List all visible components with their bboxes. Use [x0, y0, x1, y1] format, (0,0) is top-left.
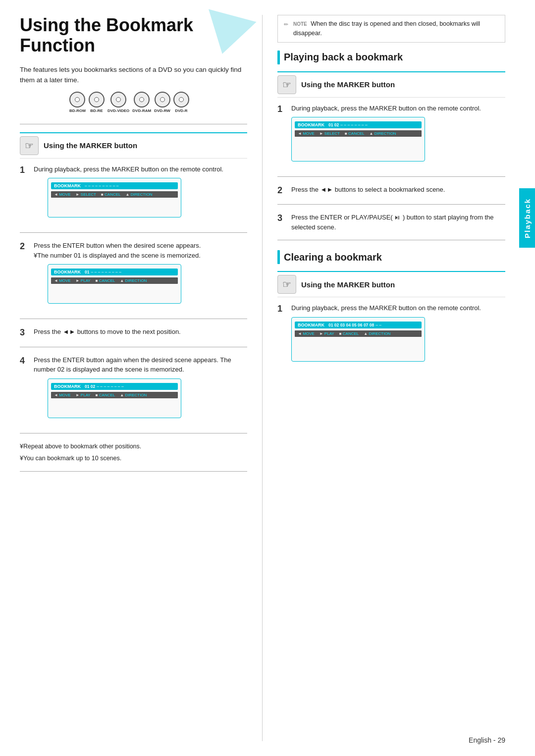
- disc-circle-dvd-video: [110, 92, 126, 108]
- left-marker-header: ☞ Using the MARKER button: [20, 132, 247, 159]
- left-step-4-text: Press the ENTER button again when the de…: [34, 355, 247, 375]
- bookmark-bar-1: BOOKMARK – – – – – – – – – –: [51, 182, 178, 189]
- clearing-title: Clearing a bookmark: [284, 252, 382, 263]
- left-step-3-text: Press the ◄► buttons to move to the next…: [34, 327, 181, 337]
- hand-icon-right-playing: ☞: [277, 75, 296, 94]
- right-play-step-2-text: Press the ◄► buttons to select a bookmar…: [291, 185, 445, 195]
- left-step-2: 2 Press the ENTER button when the desire…: [20, 241, 247, 311]
- playing-back-heading: Playing back a bookmark: [277, 51, 505, 64]
- hand-icon-left: ☞: [20, 136, 39, 155]
- divider-top: [20, 124, 247, 124]
- bookmark-controls-2: ◄ MOVE ► PLAY ■ CANCEL ▲ DIRECTION: [51, 277, 178, 284]
- main-content: Using the Bookmark Function The features…: [0, 0, 535, 756]
- clearing-heading: Clearing a bookmark: [277, 250, 505, 264]
- bookmark-controls-1: ◄ MOVE ► SELECT ■ CANCEL ▲ DIRECTION: [51, 191, 178, 198]
- intro-text: The features lets you bookmarks sections…: [20, 65, 247, 86]
- left-screen-1: BOOKMARK – – – – – – – – – – ◄ MOVE ► SE…: [48, 178, 181, 217]
- right-play-step-1-text: During playback, press the MARKER button…: [291, 104, 481, 113]
- note-pencil-icon: ✏: [284, 20, 288, 29]
- left-marker-title: Using the MARKER button: [44, 141, 137, 150]
- left-step-3: 3 Press the ◄► buttons to move to the ne…: [20, 327, 247, 338]
- disc-circle-dvd-r: [173, 92, 189, 108]
- right-bookmark-bar-clear-1: BOOKMARK 01 02 03 04 05 06 07 08 – –: [295, 322, 422, 328]
- note-text: When the disc tray is opened and then cl…: [293, 20, 480, 37]
- divider-step3: [20, 347, 247, 347]
- disc-circle-bd-rom: [69, 92, 85, 108]
- left-step-1-text: During playback, press the MARKER button…: [34, 164, 223, 174]
- right-marker-header-clearing: ☞ Using the MARKER button: [277, 271, 505, 297]
- divider-step1: [20, 232, 247, 233]
- divider-step4: [20, 433, 247, 433]
- right-play-step-2: 2 Press the ◄► buttons to select a bookm…: [277, 185, 505, 196]
- divider-right-play-2: [277, 204, 505, 205]
- playback-tab: Playback: [519, 188, 535, 248]
- divider-right-play-1: [277, 176, 505, 177]
- disc-dvd-r: DVD-R: [173, 92, 189, 113]
- blue-bar-playing: [277, 51, 280, 64]
- footnote-2: ¥You can bookmark up to 10 scenes.: [20, 453, 247, 463]
- right-controls-play-1: ◄ MOVE ► SELECT ■ CANCEL ▲ DIRECTION: [295, 130, 422, 137]
- left-step-2-text: Press the ENTER button when the desired …: [34, 241, 201, 260]
- hand-icon-right-clearing: ☞: [277, 275, 296, 294]
- note-label: NOTE: [293, 21, 307, 27]
- left-step-1: 1 During playback, press the MARKER butt…: [20, 164, 247, 225]
- right-clear-step-1-text: During playback, press the MARKER button…: [291, 303, 481, 313]
- right-marker-title-clearing: Using the MARKER button: [301, 280, 395, 289]
- right-screen-play-1: BOOKMARK 01 02 – – – – – – – – ◄ MOVE ► …: [291, 117, 425, 162]
- left-screen-4: BOOKMARK 01 02 – – – – – – – – ◄ MOVE ► …: [48, 378, 181, 418]
- right-clear-step-1: 1 During playback, press the MARKER butt…: [277, 303, 505, 369]
- disc-dvd-video: DVD-VIDEO: [107, 92, 129, 113]
- right-marker-header-playing: ☞ Using the MARKER button: [277, 71, 505, 98]
- playing-back-title: Playing back a bookmark: [284, 52, 403, 63]
- divider-right-play-3: [277, 240, 505, 240]
- left-step-4: 4 Press the ENTER button again when the …: [20, 355, 247, 425]
- page-container: Playback Using the Bookmark Function The…: [0, 0, 535, 756]
- divider-step2: [20, 319, 247, 319]
- disc-bd-rom: BD-ROM: [69, 92, 86, 113]
- left-screen-2: BOOKMARK 01 – – – – – – – – – ◄ MOVE ► P…: [48, 264, 181, 304]
- left-column: Using the Bookmark Function The features…: [20, 15, 263, 741]
- right-play-step-3-text: Press the ENTER or PLAY/PAUSE( ⏯ ) butto…: [291, 213, 505, 232]
- right-screen-clear-1: BOOKMARK 01 02 03 04 05 06 07 08 – – ◄ M…: [291, 317, 425, 362]
- disc-bd-re: BD-RE: [89, 92, 105, 113]
- page-footer: English - 29: [469, 736, 505, 744]
- bookmark-bar-2: BOOKMARK 01 – – – – – – – – –: [51, 269, 178, 275]
- right-marker-title-playing: Using the MARKER button: [301, 80, 395, 89]
- right-bookmark-bar-play-1: BOOKMARK 01 02 – – – – – – – –: [295, 121, 422, 128]
- footnote-1: ¥Repeat above to bookmark other position…: [20, 441, 247, 451]
- right-play-step-3: 3 Press the ENTER or PLAY/PAUSE( ⏯ ) but…: [277, 213, 505, 232]
- title-area: Using the Bookmark Function: [20, 15, 247, 56]
- right-column: ✏ NOTE When the disc tray is opened and …: [263, 15, 505, 741]
- disc-circle-dvd-rw: [155, 92, 170, 108]
- right-play-step-1: 1 During playback, press the MARKER butt…: [277, 104, 505, 169]
- note-box: ✏ NOTE When the disc tray is opened and …: [277, 15, 505, 43]
- bookmark-controls-4: ◄ MOVE ► PLAY ■ CANCEL ▲ DIRECTION: [51, 392, 178, 398]
- right-controls-clear-1: ◄ MOVE ► PLAY ■ CANCEL ▲ DIRECTION: [295, 330, 422, 337]
- disc-circle-bd-re: [89, 92, 105, 108]
- bookmark-bar-4: BOOKMARK 01 02 – – – – – – – –: [51, 383, 178, 390]
- blue-bar-clearing: [277, 250, 280, 264]
- disc-dvd-rw: DVD-RW: [154, 92, 170, 113]
- divider-footer: [20, 471, 247, 472]
- disc-circle-dvd-ram: [134, 92, 150, 108]
- disc-dvd-ram: DVD-RAM: [132, 92, 151, 113]
- disc-icons-row: BD-ROM BD-RE DVD-VIDEO DVD-RAM DVD-RW: [69, 92, 247, 113]
